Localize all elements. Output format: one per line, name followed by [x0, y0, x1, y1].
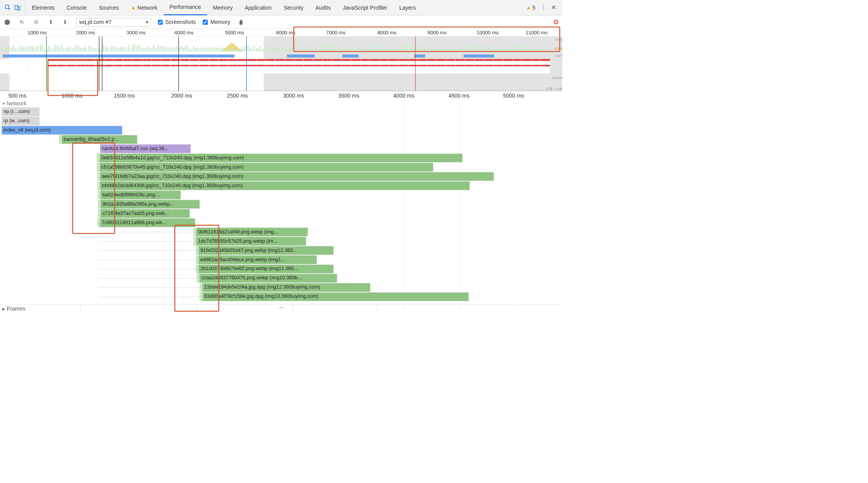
network-bar[interactable]: 1dc7d76555c57d25.png.webp (im...: [196, 237, 306, 245]
screenshot-thumb[interactable]: [237, 59, 247, 74]
record-button[interactable]: [3, 19, 11, 26]
screenshot-thumb[interactable]: [399, 59, 408, 74]
screenshot-thumb[interactable]: [465, 59, 475, 74]
section-network[interactable]: ▼Network: [0, 100, 562, 107]
tab-elements[interactable]: Elements: [26, 0, 61, 15]
screenshot-thumb[interactable]: [180, 59, 190, 74]
screenshot-thumb[interactable]: [294, 59, 304, 74]
screenshot-thumb[interactable]: [133, 59, 143, 74]
network-bar[interactable]: 91fe032d40b55d47.png.webp (img12.360...: [198, 246, 333, 255]
screenshot-thumb[interactable]: [10, 59, 19, 74]
screenshot-thumb[interactable]: [370, 59, 380, 74]
screenshot-thumb[interactable]: [541, 59, 551, 74]
tab-network[interactable]: ▲Network: [125, 0, 163, 15]
screenshot-thumb[interactable]: [218, 59, 228, 74]
screenshot-thumb[interactable]: [417, 59, 427, 74]
screenshot-thumb[interactable]: [446, 59, 456, 74]
screenshot-thumb[interactable]: [493, 59, 503, 74]
screenshot-thumb[interactable]: [142, 59, 152, 74]
screenshot-thumb[interactable]: [408, 59, 418, 74]
network-bar[interactable]: np (i....com): [2, 108, 39, 116]
screenshot-thumb[interactable]: [341, 59, 351, 74]
screenshot-thumb[interactable]: [332, 59, 342, 74]
screenshot-thumb[interactable]: [323, 59, 332, 74]
tab-sources[interactable]: Sources: [93, 0, 125, 15]
screenshot-thumb[interactable]: [19, 59, 29, 74]
network-bar[interactable]: 7c6f06124811a666.png.we...: [100, 218, 195, 227]
tab-performance[interactable]: Performance: [163, 0, 207, 15]
memory-checkbox-input[interactable]: [203, 20, 208, 25]
screenshot-thumb[interactable]: [152, 59, 161, 74]
network-bar[interactable]: 13dde194de5e1f4a.jpg.dpg (img12.360buyim…: [202, 283, 370, 292]
screenshot-thumb[interactable]: [285, 59, 294, 74]
screenshot-thumb[interactable]: [228, 59, 237, 74]
screenshot-thumb[interactable]: [437, 59, 446, 74]
network-bar[interactable]: aee7f916db7a23aa.jpg!cc_710x240.dpg (img…: [100, 172, 494, 181]
screenshot-thumb[interactable]: [532, 59, 541, 74]
screenshot-thumb[interactable]: [389, 59, 399, 74]
screenshot-thumb[interactable]: [256, 59, 266, 74]
tab-memory[interactable]: Memory: [207, 0, 239, 15]
screenshot-thumb[interactable]: [0, 59, 10, 74]
screenshot-thumb[interactable]: [275, 59, 285, 74]
screenshot-thumb[interactable]: [304, 59, 313, 74]
network-bar[interactable]: bannerBg_85aa05e2.p...: [62, 135, 138, 144]
screenshot-thumb[interactable]: [104, 59, 114, 74]
screenshot-thumb[interactable]: [199, 59, 209, 74]
network-bar[interactable]: ba024ed6f999426c.png....: [101, 191, 180, 199]
screenshot-thumb[interactable]: [190, 59, 199, 74]
network-bar[interactable]: navfoot.6bf68af7.css (wq.36...: [100, 145, 191, 153]
close-icon[interactable]: ✕: [551, 4, 556, 12]
network-bar[interactable]: 2b1cb373b8b7be82.png.webp (img11.360...: [198, 265, 333, 273]
screenshot-thumb[interactable]: [47, 59, 57, 74]
screenshot-thumb[interactable]: [29, 59, 38, 74]
screenshots-checkbox-input[interactable]: [158, 20, 163, 25]
tab-layers[interactable]: Layers: [393, 0, 422, 15]
network-bar[interactable]: e4862ac5acd04eca.png.webp (img1...: [198, 255, 316, 264]
memory-checkbox[interactable]: Memory: [203, 19, 230, 25]
screenshot-thumb[interactable]: [313, 59, 323, 74]
screenshot-thumb[interactable]: [484, 59, 494, 74]
gc-button[interactable]: [237, 19, 244, 26]
settings-gear-icon[interactable]: ⚙: [553, 18, 559, 26]
network-bar[interactable]: 0bf611616d21af48.png.webp (img...: [196, 228, 308, 236]
network-bar[interactable]: bfd49e2dc4d64308.jpg!cc_710x240.dpg (img…: [100, 181, 470, 190]
screenshot-thumb[interactable]: [522, 59, 532, 74]
section-frames[interactable]: ▶ Frames: [0, 304, 562, 313]
screenshot-thumb[interactable]: [114, 59, 123, 74]
screenshot-thumb[interactable]: [209, 59, 219, 74]
overview-body[interactable]: FPS CPU NET HEAP 0 B – 0 B: [0, 37, 562, 91]
network-bar[interactable]: 0e634811e58b4a1d.jpg!cc_710x240.dpg (img…: [99, 154, 462, 162]
screenshot-thumb[interactable]: [474, 59, 484, 74]
screenshot-thumb[interactable]: [86, 59, 95, 74]
screenshots-checkbox[interactable]: Screenshots: [158, 19, 196, 25]
clear-button[interactable]: ⊘: [32, 19, 40, 26]
network-bar[interactable]: c51a558b53670e45.jpg!cc_710x240.dpg (img…: [99, 163, 433, 171]
network-bar[interactable]: ccaa2d4837760475.png.webp (img10.360b...: [200, 274, 337, 282]
screenshot-thumb[interactable]: [513, 59, 522, 74]
device-toggle-icon[interactable]: [14, 4, 21, 11]
load-profile-button[interactable]: ⬆: [47, 19, 54, 26]
warning-count[interactable]: ▲5: [526, 4, 536, 11]
screenshot-thumb[interactable]: [351, 59, 361, 74]
filmstrip[interactable]: [0, 59, 552, 74]
screenshot-thumb[interactable]: [361, 59, 370, 74]
tab-console[interactable]: Console: [61, 0, 93, 15]
network-bar[interactable]: 9b2a1835a98a395a.png.webp...: [101, 200, 200, 208]
screenshot-thumb[interactable]: [123, 59, 133, 74]
overview-timeline[interactable]: 1000 ms2000 ms3000 ms4000 ms5000 ms6000 …: [0, 29, 562, 91]
screenshot-thumb[interactable]: [95, 59, 104, 74]
recording-selector[interactable]: wq.jd.com #7: [76, 18, 151, 26]
screenshot-thumb[interactable]: [456, 59, 465, 74]
tab-audits[interactable]: Audits: [310, 0, 337, 15]
screenshot-thumb[interactable]: [171, 59, 180, 74]
screenshot-thumb[interactable]: [57, 59, 67, 74]
network-bar[interactable]: index_v6 (wq.jd.com): [2, 126, 122, 135]
tab-application[interactable]: Application: [239, 0, 278, 15]
network-bar[interactable]: rp (w...com): [2, 117, 39, 125]
screenshot-thumb[interactable]: [161, 59, 171, 74]
save-profile-button[interactable]: ⬇: [61, 19, 69, 26]
screenshot-thumb[interactable]: [380, 59, 389, 74]
tab-security[interactable]: Security: [278, 0, 310, 15]
network-bar[interactable]: 63d00a4f79cf159e.jpg.dpg (img13.360buyim…: [202, 292, 468, 301]
